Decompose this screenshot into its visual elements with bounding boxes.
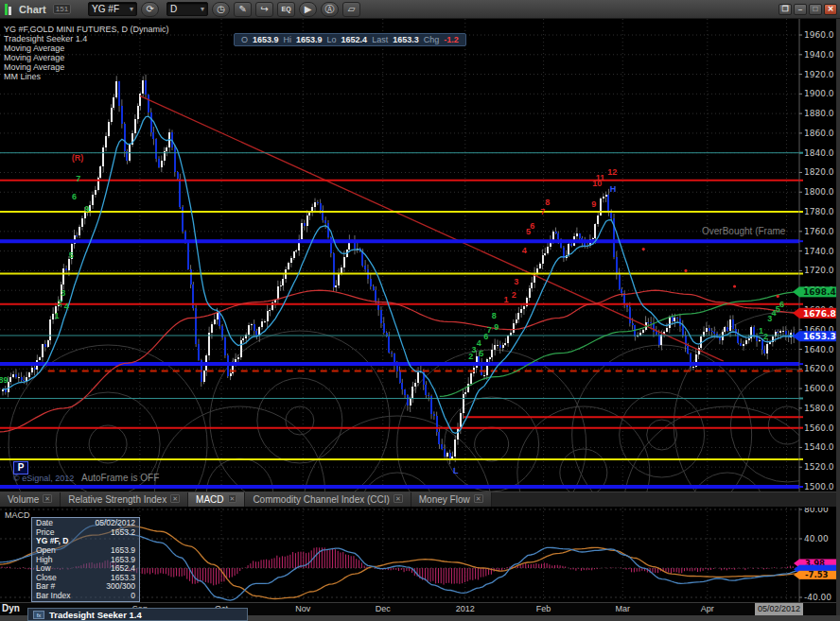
restore-button[interactable]: ❐ xyxy=(779,4,792,15)
chart-badge: 151 xyxy=(53,4,71,14)
chevron-down-icon: ▾ xyxy=(130,5,133,13)
svg-text:1600.0: 1600.0 xyxy=(804,384,834,393)
close-tab-icon[interactable]: ✕ xyxy=(43,494,52,503)
svg-text:1720.0: 1720.0 xyxy=(804,266,834,275)
tab-volume[interactable]: Volume✕ xyxy=(0,492,61,507)
svg-text:8: 8 xyxy=(492,311,497,320)
svg-text:8: 8 xyxy=(545,198,550,207)
svg-text:1698.4: 1698.4 xyxy=(803,287,836,297)
price-chart-pane[interactable]: 8912345679(R)23456789123456789101112HL12… xyxy=(0,19,840,492)
autoframe-status: AutoFrame is OFF xyxy=(81,473,159,483)
svg-text:6: 6 xyxy=(530,221,534,231)
quote-value: 1653.9 xyxy=(253,35,279,44)
legend-line: YG #F,GOLD MINI FUTURES, D (Dynamic) xyxy=(4,25,169,34)
close-tab-icon[interactable]: ✕ xyxy=(228,494,237,503)
svg-text:1920.0: 1920.0 xyxy=(804,70,834,79)
tooltip-row: Date05/02/2012 xyxy=(36,519,135,527)
svg-text:4: 4 xyxy=(64,302,69,311)
quote-value: 1653.9 xyxy=(296,35,323,44)
svg-text:2: 2 xyxy=(512,290,516,300)
svg-text:1500.0: 1500.0 xyxy=(804,482,834,492)
symbol-combo[interactable]: YG #F ▾ xyxy=(88,2,137,16)
chart-legend: YG #F,GOLD MINI FUTURES, D (Dynamic)Trad… xyxy=(4,25,169,81)
indicator-tab-bar: Volume✕Relative Strength Index✕MACD✕Comm… xyxy=(0,492,840,508)
svg-text:4: 4 xyxy=(522,246,527,255)
svg-text:1640.0: 1640.0 xyxy=(804,345,834,354)
svg-text:1520.0: 1520.0 xyxy=(804,462,834,472)
svg-text:6: 6 xyxy=(72,192,77,201)
dynamic-mode-label: Dyn xyxy=(2,603,20,613)
svg-text:2: 2 xyxy=(58,298,62,307)
time-axis-label: Nov xyxy=(295,604,310,613)
tradesight-status-box: fx Tradesight Seeker 1.4 xyxy=(27,608,248,621)
maximize-button[interactable]: □ xyxy=(809,4,822,15)
svg-text:L: L xyxy=(453,466,459,475)
draw-pencil-button[interactable]: ✎ xyxy=(234,2,252,17)
svg-text:3: 3 xyxy=(61,288,65,298)
legend-line: Moving Average xyxy=(4,43,169,53)
svg-text:9: 9 xyxy=(494,322,499,332)
svg-text:1760.0: 1760.0 xyxy=(804,227,834,236)
chevron-down-icon: ▾ xyxy=(201,5,204,13)
svg-text:9: 9 xyxy=(591,199,596,209)
quote-label: O xyxy=(241,35,248,44)
window-titlebar: Chart 151 YG #F ▾ ⟳ D ▾ ◷✎↪EQ▶Ⓐ▱ ❐–□✕ xyxy=(0,0,840,19)
macd-pane[interactable]: 80.0040.00-40.003.98-7.53 MACD Date05/02… xyxy=(0,508,840,602)
svg-text:-40.00: -40.00 xyxy=(804,593,831,602)
tooltip-row: Bar Index0 xyxy=(36,592,135,600)
chart-window: Chart 151 YG #F ▾ ⟳ D ▾ ◷✎↪EQ▶Ⓐ▱ ❐–□✕ 89… xyxy=(0,0,840,621)
cursor-date-label: 05/02/2012 xyxy=(755,603,803,615)
svg-text:6: 6 xyxy=(779,300,784,309)
tab-money-flow[interactable]: Money Flow✕ xyxy=(411,492,492,507)
quote-value: 1653.3 xyxy=(393,35,419,44)
svg-text:2: 2 xyxy=(763,332,768,341)
svg-text:7: 7 xyxy=(487,325,492,335)
svg-text:11: 11 xyxy=(596,173,605,182)
svg-text:1560.0: 1560.0 xyxy=(804,423,834,433)
tab-relative-strength-index[interactable]: Relative Strength Index✕ xyxy=(61,492,188,507)
tab-commodity-channel-index-cci-[interactable]: Commodity Channel Index (CCI)✕ xyxy=(245,492,411,507)
price-chart-canvas[interactable]: 8912345679(R)23456789123456789101112HL12… xyxy=(0,19,840,492)
svg-text:3: 3 xyxy=(514,277,518,286)
svg-text:1620.0: 1620.0 xyxy=(804,364,834,373)
tooltip-row: YG #F, D xyxy=(36,537,135,545)
svg-text:1960.0: 1960.0 xyxy=(804,30,834,40)
auto-button[interactable]: Ⓐ xyxy=(321,2,339,17)
eraser-button[interactable]: ▱ xyxy=(342,2,360,17)
svg-text:1820.0: 1820.0 xyxy=(804,167,834,177)
svg-text:1653.3: 1653.3 xyxy=(803,332,836,341)
svg-text:(R): (R) xyxy=(72,153,84,163)
tooltip-row: Low1652.4 xyxy=(36,564,135,573)
quote-value: 1652.4 xyxy=(341,35,368,44)
svg-text:7: 7 xyxy=(76,174,80,183)
replay-button[interactable]: ↪ xyxy=(255,2,273,17)
interval-clock-button[interactable]: ◷ xyxy=(212,2,230,17)
svg-text:1840.0: 1840.0 xyxy=(804,148,834,158)
play-button[interactable]: ▶ xyxy=(299,2,317,17)
interval-value: D xyxy=(170,4,177,14)
svg-text:1580.0: 1580.0 xyxy=(804,404,834,413)
quote-label: Hi xyxy=(284,35,292,44)
formula-eq-button[interactable]: EQ xyxy=(277,2,295,17)
tooltip-row: Open1653.9 xyxy=(36,546,135,555)
chart-app-icon xyxy=(5,3,11,15)
close-tab-icon[interactable]: ✕ xyxy=(170,494,180,503)
svg-text:1880.0: 1880.0 xyxy=(804,109,834,118)
symbol-value: YG #F xyxy=(92,4,119,14)
svg-text:40.00: 40.00 xyxy=(804,534,829,543)
time-axis-label: Feb xyxy=(536,604,551,613)
svg-text:89: 89 xyxy=(0,375,8,385)
close-tab-icon[interactable]: ✕ xyxy=(474,494,483,503)
legend-line: MM Lines xyxy=(4,72,169,81)
close-button[interactable]: ✕ xyxy=(824,4,837,15)
svg-text:1860.0: 1860.0 xyxy=(804,129,834,138)
symbol-refresh-button[interactable]: ⟳ xyxy=(141,2,159,17)
page-marker-badge[interactable]: P xyxy=(13,461,28,474)
close-tab-icon[interactable]: ✕ xyxy=(394,494,403,503)
interval-combo[interactable]: D ▾ xyxy=(166,2,208,16)
svg-text:1800.0: 1800.0 xyxy=(804,187,834,197)
svg-text:80.00: 80.00 xyxy=(804,508,829,514)
tab-macd[interactable]: MACD✕ xyxy=(188,492,245,507)
minimize-button[interactable]: – xyxy=(794,4,807,15)
svg-text:12: 12 xyxy=(607,167,617,177)
